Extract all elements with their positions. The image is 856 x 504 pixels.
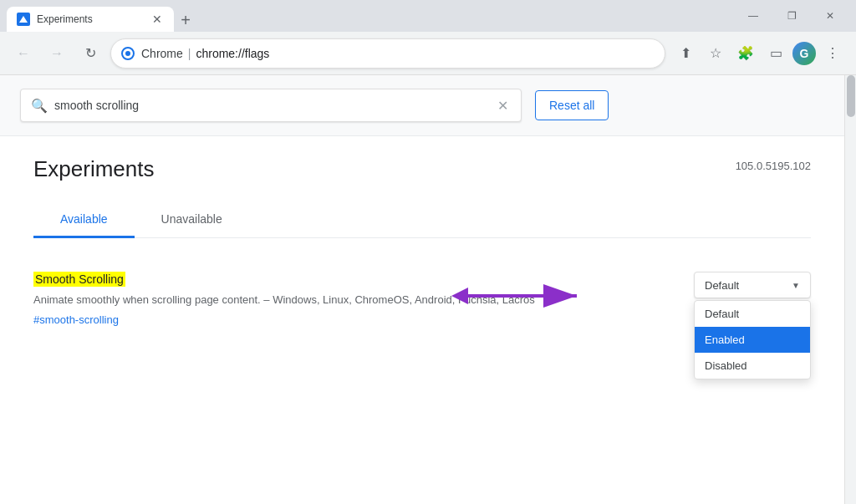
flag-entry: Smooth Scrolling Animate smoothly when s… bbox=[33, 258, 811, 339]
tab-label: Experiments bbox=[37, 13, 93, 25]
experiments-container: Experiments 105.0.5195.102 Available Una… bbox=[0, 136, 844, 359]
search-section: 🔍 ✕ Reset all bbox=[0, 75, 844, 136]
dropdown-container: Default ▼ Default Enabled Disabled bbox=[694, 272, 811, 298]
address-text: Chrome|chrome://flags bbox=[141, 47, 655, 60]
scrollbar-track bbox=[845, 75, 856, 504]
refresh-button[interactable]: ↻ bbox=[77, 40, 104, 67]
nav-actions: ⬆ ☆ 🧩 ▭ G ⋮ bbox=[672, 40, 846, 67]
site-security-icon bbox=[121, 47, 135, 60]
page-content: 🔍 ✕ Reset all Experiments 105.0.5195.102… bbox=[0, 75, 856, 504]
reset-all-button[interactable]: Reset all bbox=[535, 90, 609, 120]
dropdown-button[interactable]: Default ▼ bbox=[694, 272, 811, 298]
dropdown-item-disabled[interactable]: Disabled bbox=[695, 353, 810, 379]
search-input[interactable] bbox=[54, 99, 487, 112]
title-bar: Experiments ✕ + — ❐ ✕ bbox=[0, 0, 856, 32]
address-url: chrome://flags bbox=[196, 47, 269, 60]
profile-button[interactable]: G bbox=[792, 42, 816, 65]
scrollbar-handle[interactable] bbox=[847, 75, 855, 117]
search-box: 🔍 ✕ bbox=[20, 89, 522, 122]
search-clear-button[interactable]: ✕ bbox=[494, 97, 511, 114]
extension-button[interactable]: 🧩 bbox=[732, 40, 759, 67]
window-controls: — ❐ ✕ bbox=[734, 0, 849, 32]
arrow-svg bbox=[451, 267, 602, 325]
page-title: Experiments bbox=[33, 156, 155, 182]
main-content: 🔍 ✕ Reset all Experiments 105.0.5195.102… bbox=[0, 75, 844, 504]
site-name: Chrome bbox=[141, 47, 183, 60]
favicon-triangle bbox=[19, 16, 28, 23]
minimize-button[interactable]: — bbox=[734, 0, 772, 32]
bookmark-button[interactable]: ☆ bbox=[702, 40, 729, 67]
browser-window: Experiments ✕ + — ❐ ✕ ← → ↻ Chrome|chrom… bbox=[0, 0, 856, 504]
right-scrollbar[interactable] bbox=[844, 75, 856, 504]
dropdown-item-default[interactable]: Default bbox=[695, 301, 810, 327]
share-button[interactable]: ⬆ bbox=[672, 40, 699, 67]
site-icon-inner bbox=[125, 51, 130, 56]
tabs-bar: Available Unavailable bbox=[33, 202, 811, 238]
address-bar[interactable]: Chrome|chrome://flags bbox=[110, 38, 665, 69]
dropdown-selected-label: Default bbox=[705, 279, 739, 292]
address-separator: | bbox=[188, 47, 191, 60]
tab-unavailable[interactable]: Unavailable bbox=[135, 202, 249, 238]
dropdown-menu: Default Enabled Disabled bbox=[694, 300, 811, 379]
tab-close-button[interactable]: ✕ bbox=[150, 13, 164, 26]
tab-bar: Experiments ✕ + bbox=[7, 0, 731, 32]
forward-button[interactable]: → bbox=[43, 40, 70, 67]
arrow-annotation bbox=[451, 267, 602, 328]
version-text: 105.0.5195.102 bbox=[736, 160, 811, 172]
dropdown-chevron-icon: ▼ bbox=[792, 281, 800, 290]
flag-name: Smooth Scrolling bbox=[33, 272, 125, 287]
new-tab-button[interactable]: + bbox=[174, 8, 197, 32]
cast-button[interactable]: ▭ bbox=[762, 40, 789, 67]
close-button[interactable]: ✕ bbox=[811, 0, 849, 32]
search-icon: 🔍 bbox=[31, 98, 48, 114]
active-tab[interactable]: Experiments ✕ bbox=[7, 7, 174, 32]
tab-favicon bbox=[17, 13, 30, 26]
maximize-button[interactable]: ❐ bbox=[772, 0, 811, 32]
tab-available[interactable]: Available bbox=[33, 202, 135, 238]
dropdown-item-enabled[interactable]: Enabled bbox=[695, 327, 810, 353]
experiments-header: Experiments 105.0.5195.102 bbox=[33, 156, 811, 182]
back-button[interactable]: ← bbox=[10, 40, 37, 67]
svg-marker-1 bbox=[451, 288, 468, 304]
menu-button[interactable]: ⋮ bbox=[819, 40, 846, 67]
nav-bar: ← → ↻ Chrome|chrome://flags ⬆ ☆ 🧩 ▭ G ⋮ bbox=[0, 32, 856, 75]
